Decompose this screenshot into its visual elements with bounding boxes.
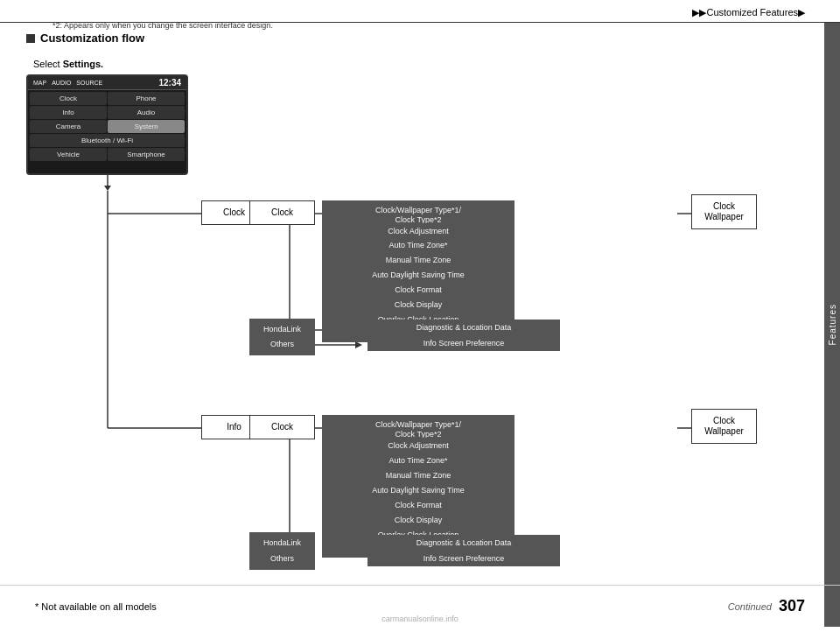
continued-label: Continued [728,601,772,612]
menu-info: Info [30,106,107,119]
device-time: 12:34 [158,78,181,88]
col3-diag-loc2: Diagnostic & Location Data [368,535,560,551]
watermark: carmanualsonline.info [382,614,458,623]
menu-phone: Phone [108,92,185,105]
sidebar-label: Features [828,304,837,345]
device-top-bar: MAP AUDIO SOURCE 12:34 [28,76,186,90]
menu-clock: Clock [30,92,107,105]
menu-bluetooth: Bluetooth / Wi-Fi [30,134,185,147]
col3-manual-tz2: Manual Time Zone [322,467,514,483]
col3-info-screen2: Info Screen Preference [368,551,560,566]
col3-clock-fmt1: Clock Format [322,282,514,298]
col4-clock-wp1: ClockWallpaper [691,194,757,229]
section-title: Customization flow [26,32,809,45]
menu-camera: Camera [30,120,107,133]
col3-auto-dst1: Auto Daylight Saving Time [322,267,514,283]
col3-auto-tz2: Auto Time Zone* [322,453,514,468]
col2-clock-bottom: Clock [249,415,315,439]
col2-others-bottom: Others [249,548,315,570]
title-square [26,34,35,43]
col3-info-screen1: Info Screen Preference [368,335,560,351]
page-header: ▶▶ Customized Features▶ [0,0,840,23]
page-number: 307 [779,597,805,615]
col4-clock-wp2: ClockWallpaper [691,409,757,444]
footnotes: *1: Does not appear when you change the … [52,23,836,32]
col2-clock-top: Clock [249,200,315,225]
menu-audio: Audio [108,106,185,119]
col3-clock-adj2: Clock Adjustment [322,438,514,453]
menu-vehicle: Vehicle [30,148,107,161]
col3-clock-fmt2: Clock Format [322,497,514,513]
footnote-2: *2: Appears only when you change the scr… [52,23,836,32]
not-available-text: * Not available on all models [35,601,157,612]
col3-manual-tz1: Manual Time Zone [322,252,514,268]
svg-marker-11 [355,341,362,348]
col3-clock-disp1: Clock Display [322,297,514,312]
svg-marker-1 [104,186,111,191]
menu-smartphone: Smartphone [108,148,185,161]
menu-system: System [108,120,185,133]
header-arrows: ▶▶ [692,7,706,18]
device-menu: Clock Phone Info Audio Camera System Blu… [28,90,186,163]
col3-auto-tz1: Auto Time Zone* [322,237,514,253]
device-mockup: MAP AUDIO SOURCE 12:34 Clock Phone Info … [26,74,188,175]
col2-others-top: Others [249,334,315,355]
page-footer: * Not available on all models Continued … [0,585,840,627]
sidebar-features: Features [824,23,840,627]
header-title: Customized Features▶ [706,7,805,18]
select-settings-text: Select Settings. [33,59,103,69]
device-tabs: MAP AUDIO SOURCE [33,80,102,86]
col3-clock-disp2: Clock Display [322,512,514,528]
col3-diag-loc1: Diagnostic & Location Data [368,320,560,335]
col3-auto-dst2: Auto Daylight Saving Time [322,482,514,498]
